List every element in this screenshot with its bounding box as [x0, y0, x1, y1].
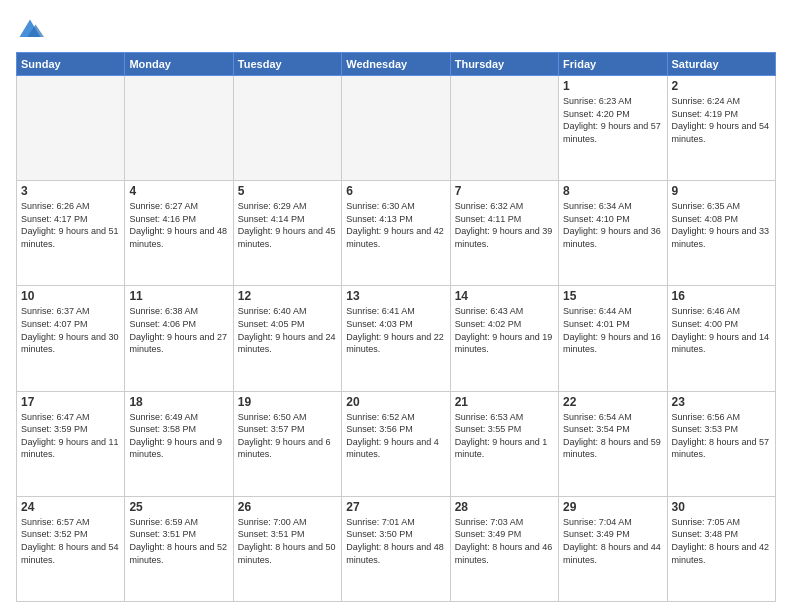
- day-info: Sunrise: 6:54 AMSunset: 3:54 PMDaylight:…: [563, 411, 662, 461]
- calendar-cell: 13Sunrise: 6:41 AMSunset: 4:03 PMDayligh…: [342, 286, 450, 391]
- logo: [16, 16, 48, 44]
- calendar-cell: 21Sunrise: 6:53 AMSunset: 3:55 PMDayligh…: [450, 391, 558, 496]
- calendar-cell: 25Sunrise: 6:59 AMSunset: 3:51 PMDayligh…: [125, 496, 233, 601]
- day-number: 18: [129, 395, 228, 409]
- calendar-cell: 22Sunrise: 6:54 AMSunset: 3:54 PMDayligh…: [559, 391, 667, 496]
- day-number: 13: [346, 289, 445, 303]
- day-info: Sunrise: 6:47 AMSunset: 3:59 PMDaylight:…: [21, 411, 120, 461]
- day-number: 11: [129, 289, 228, 303]
- week-row-3: 17Sunrise: 6:47 AMSunset: 3:59 PMDayligh…: [17, 391, 776, 496]
- day-info: Sunrise: 6:57 AMSunset: 3:52 PMDaylight:…: [21, 516, 120, 566]
- day-info: Sunrise: 6:23 AMSunset: 4:20 PMDaylight:…: [563, 95, 662, 145]
- weekday-header-tuesday: Tuesday: [233, 53, 341, 76]
- calendar-cell: 10Sunrise: 6:37 AMSunset: 4:07 PMDayligh…: [17, 286, 125, 391]
- calendar-cell: 5Sunrise: 6:29 AMSunset: 4:14 PMDaylight…: [233, 181, 341, 286]
- day-number: 23: [672, 395, 771, 409]
- day-info: Sunrise: 6:37 AMSunset: 4:07 PMDaylight:…: [21, 305, 120, 355]
- day-number: 2: [672, 79, 771, 93]
- day-info: Sunrise: 6:30 AMSunset: 4:13 PMDaylight:…: [346, 200, 445, 250]
- day-info: Sunrise: 6:49 AMSunset: 3:58 PMDaylight:…: [129, 411, 228, 461]
- day-number: 5: [238, 184, 337, 198]
- weekday-header-sunday: Sunday: [17, 53, 125, 76]
- day-info: Sunrise: 7:04 AMSunset: 3:49 PMDaylight:…: [563, 516, 662, 566]
- calendar-cell: 19Sunrise: 6:50 AMSunset: 3:57 PMDayligh…: [233, 391, 341, 496]
- calendar-cell: 2Sunrise: 6:24 AMSunset: 4:19 PMDaylight…: [667, 76, 775, 181]
- day-number: 22: [563, 395, 662, 409]
- day-info: Sunrise: 7:05 AMSunset: 3:48 PMDaylight:…: [672, 516, 771, 566]
- day-info: Sunrise: 6:41 AMSunset: 4:03 PMDaylight:…: [346, 305, 445, 355]
- calendar-table: SundayMondayTuesdayWednesdayThursdayFrid…: [16, 52, 776, 602]
- calendar-cell: 28Sunrise: 7:03 AMSunset: 3:49 PMDayligh…: [450, 496, 558, 601]
- day-number: 17: [21, 395, 120, 409]
- day-number: 30: [672, 500, 771, 514]
- calendar-cell: 7Sunrise: 6:32 AMSunset: 4:11 PMDaylight…: [450, 181, 558, 286]
- day-number: 3: [21, 184, 120, 198]
- calendar-cell: 6Sunrise: 6:30 AMSunset: 4:13 PMDaylight…: [342, 181, 450, 286]
- week-row-0: 1Sunrise: 6:23 AMSunset: 4:20 PMDaylight…: [17, 76, 776, 181]
- calendar-cell: 9Sunrise: 6:35 AMSunset: 4:08 PMDaylight…: [667, 181, 775, 286]
- day-info: Sunrise: 6:59 AMSunset: 3:51 PMDaylight:…: [129, 516, 228, 566]
- day-number: 1: [563, 79, 662, 93]
- day-info: Sunrise: 7:00 AMSunset: 3:51 PMDaylight:…: [238, 516, 337, 566]
- logo-icon: [16, 16, 44, 44]
- day-number: 6: [346, 184, 445, 198]
- day-info: Sunrise: 6:40 AMSunset: 4:05 PMDaylight:…: [238, 305, 337, 355]
- day-number: 21: [455, 395, 554, 409]
- calendar-cell: 24Sunrise: 6:57 AMSunset: 3:52 PMDayligh…: [17, 496, 125, 601]
- day-info: Sunrise: 6:46 AMSunset: 4:00 PMDaylight:…: [672, 305, 771, 355]
- calendar-cell: 4Sunrise: 6:27 AMSunset: 4:16 PMDaylight…: [125, 181, 233, 286]
- day-number: 24: [21, 500, 120, 514]
- calendar-cell: 15Sunrise: 6:44 AMSunset: 4:01 PMDayligh…: [559, 286, 667, 391]
- calendar-cell: 14Sunrise: 6:43 AMSunset: 4:02 PMDayligh…: [450, 286, 558, 391]
- day-number: 26: [238, 500, 337, 514]
- calendar-cell: 8Sunrise: 6:34 AMSunset: 4:10 PMDaylight…: [559, 181, 667, 286]
- week-row-4: 24Sunrise: 6:57 AMSunset: 3:52 PMDayligh…: [17, 496, 776, 601]
- week-row-2: 10Sunrise: 6:37 AMSunset: 4:07 PMDayligh…: [17, 286, 776, 391]
- weekday-header-monday: Monday: [125, 53, 233, 76]
- day-number: 16: [672, 289, 771, 303]
- day-info: Sunrise: 6:52 AMSunset: 3:56 PMDaylight:…: [346, 411, 445, 461]
- calendar-cell: 23Sunrise: 6:56 AMSunset: 3:53 PMDayligh…: [667, 391, 775, 496]
- weekday-header-wednesday: Wednesday: [342, 53, 450, 76]
- calendar-cell: [233, 76, 341, 181]
- calendar-cell: 30Sunrise: 7:05 AMSunset: 3:48 PMDayligh…: [667, 496, 775, 601]
- calendar-cell: [125, 76, 233, 181]
- day-number: 8: [563, 184, 662, 198]
- calendar-cell: 27Sunrise: 7:01 AMSunset: 3:50 PMDayligh…: [342, 496, 450, 601]
- day-info: Sunrise: 6:27 AMSunset: 4:16 PMDaylight:…: [129, 200, 228, 250]
- week-row-1: 3Sunrise: 6:26 AMSunset: 4:17 PMDaylight…: [17, 181, 776, 286]
- day-number: 14: [455, 289, 554, 303]
- day-info: Sunrise: 6:32 AMSunset: 4:11 PMDaylight:…: [455, 200, 554, 250]
- day-number: 27: [346, 500, 445, 514]
- day-number: 15: [563, 289, 662, 303]
- day-number: 29: [563, 500, 662, 514]
- calendar-cell: 20Sunrise: 6:52 AMSunset: 3:56 PMDayligh…: [342, 391, 450, 496]
- day-info: Sunrise: 6:44 AMSunset: 4:01 PMDaylight:…: [563, 305, 662, 355]
- calendar-cell: 1Sunrise: 6:23 AMSunset: 4:20 PMDaylight…: [559, 76, 667, 181]
- weekday-header-thursday: Thursday: [450, 53, 558, 76]
- weekday-header-friday: Friday: [559, 53, 667, 76]
- calendar-cell: 18Sunrise: 6:49 AMSunset: 3:58 PMDayligh…: [125, 391, 233, 496]
- day-info: Sunrise: 6:43 AMSunset: 4:02 PMDaylight:…: [455, 305, 554, 355]
- day-number: 9: [672, 184, 771, 198]
- weekday-header-row: SundayMondayTuesdayWednesdayThursdayFrid…: [17, 53, 776, 76]
- day-info: Sunrise: 6:56 AMSunset: 3:53 PMDaylight:…: [672, 411, 771, 461]
- day-number: 25: [129, 500, 228, 514]
- day-info: Sunrise: 6:24 AMSunset: 4:19 PMDaylight:…: [672, 95, 771, 145]
- calendar-cell: 16Sunrise: 6:46 AMSunset: 4:00 PMDayligh…: [667, 286, 775, 391]
- header: [16, 16, 776, 44]
- day-number: 7: [455, 184, 554, 198]
- day-number: 28: [455, 500, 554, 514]
- day-info: Sunrise: 6:34 AMSunset: 4:10 PMDaylight:…: [563, 200, 662, 250]
- day-info: Sunrise: 6:38 AMSunset: 4:06 PMDaylight:…: [129, 305, 228, 355]
- day-number: 19: [238, 395, 337, 409]
- page: SundayMondayTuesdayWednesdayThursdayFrid…: [0, 0, 792, 612]
- calendar-cell: 12Sunrise: 6:40 AMSunset: 4:05 PMDayligh…: [233, 286, 341, 391]
- weekday-header-saturday: Saturday: [667, 53, 775, 76]
- calendar-cell: 3Sunrise: 6:26 AMSunset: 4:17 PMDaylight…: [17, 181, 125, 286]
- calendar-cell: 26Sunrise: 7:00 AMSunset: 3:51 PMDayligh…: [233, 496, 341, 601]
- day-number: 4: [129, 184, 228, 198]
- day-number: 12: [238, 289, 337, 303]
- day-info: Sunrise: 6:35 AMSunset: 4:08 PMDaylight:…: [672, 200, 771, 250]
- calendar-cell: 17Sunrise: 6:47 AMSunset: 3:59 PMDayligh…: [17, 391, 125, 496]
